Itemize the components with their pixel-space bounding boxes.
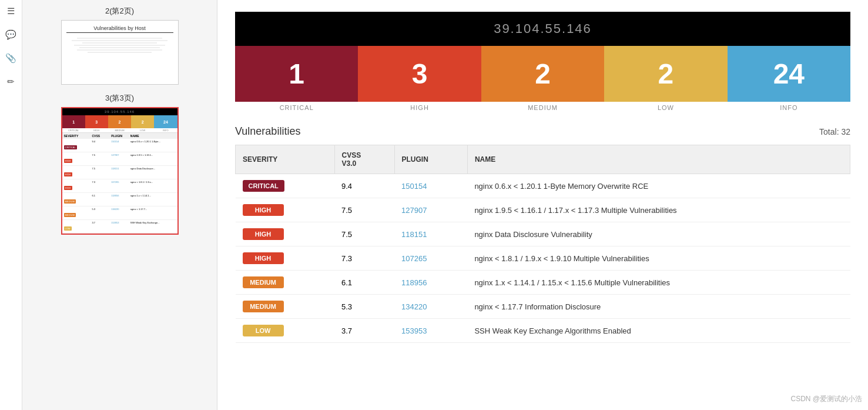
severity-critical-segment: 1 CRITICAL <box>235 46 358 114</box>
row-plugin-cell[interactable]: 118151 <box>394 222 467 246</box>
chat-icon[interactable]: 💬 <box>5 28 18 41</box>
severity-bar: 1 CRITICAL 3 HIGH 2 MEDIUM 2 LOW 24 <box>235 46 850 114</box>
row-name-cell: nginx 0.6.x < 1.20.1 1-Byte Memory Overw… <box>467 174 850 198</box>
row-severity-cell: MEDIUM <box>236 295 335 319</box>
ip-address: 39.104.55.146 <box>494 21 592 36</box>
severity-high-segment: 3 HIGH <box>358 46 481 114</box>
plugin-link: 150154 <box>401 182 427 191</box>
vulnerabilities-title: Vulnerabilities <box>235 125 300 138</box>
plugin-link: 118151 <box>401 230 427 239</box>
row-cvss-cell: 5.3 <box>334 295 394 319</box>
info-label: INFO <box>780 102 797 114</box>
severity-low-segment: 2 LOW <box>604 46 727 114</box>
row-plugin-cell[interactable]: 118956 <box>394 271 467 295</box>
row-name-cell: nginx 1.9.5 < 1.16.1 / 1.17.x < 1.17.3 M… <box>467 198 850 222</box>
info-count-box: 24 <box>728 46 850 102</box>
row-cvss-cell: 6.1 <box>334 271 394 295</box>
row-severity-cell: LOW <box>236 319 335 343</box>
annotate-icon[interactable]: ✏ <box>5 75 18 88</box>
plugin-link: 127907 <box>401 206 427 215</box>
table-row: HIGH 7.3 107265 nginx < 1.8.1 / 1.9.x < … <box>236 246 850 271</box>
col-name: NAME <box>467 145 850 174</box>
page-2-label: 2(第2页) <box>105 6 134 16</box>
medium-count: 2 <box>535 58 551 90</box>
row-name-cell: nginx Data Disclosure Vulnerability <box>467 222 850 246</box>
row-cvss-cell: 9.4 <box>334 174 394 198</box>
row-name-cell: nginx < 1.8.1 / 1.9.x < 1.9.10 Multiple … <box>467 246 850 271</box>
critical-label: CRITICAL <box>280 102 314 114</box>
medium-count-box: 2 <box>481 46 604 102</box>
menu-icon[interactable]: ☰ <box>5 5 18 18</box>
ip-header: 39.104.55.146 <box>235 12 850 46</box>
page-3-thumbnail: 39.104.55.146 1 3 2 2 24 CRITICAL HIGH M… <box>61 107 179 235</box>
table-row: HIGH 7.5 127907 nginx 1.9.5 < 1.16.1 / 1… <box>236 198 850 222</box>
severity-badge: HIGH <box>243 228 284 240</box>
page-3-item[interactable]: 3(第3页) 39.104.55.146 1 3 2 2 24 CRITICAL… <box>27 93 212 235</box>
severity-badge: MEDIUM <box>243 276 284 288</box>
row-severity-cell: HIGH <box>236 246 335 271</box>
page-2-item[interactable]: 2(第2页) Vulnerabilities by Host <box>27 6 212 85</box>
col-cvss: CVSSV3.0 <box>334 145 394 174</box>
row-plugin-cell[interactable]: 134220 <box>394 295 467 319</box>
high-count: 3 <box>412 58 428 90</box>
high-label: HIGH <box>410 102 429 114</box>
col-severity: SEVERITY <box>236 145 335 174</box>
severity-badge: LOW <box>243 325 284 336</box>
page-2-thumb-title: Vulnerabilities by Host <box>66 25 173 33</box>
table-row: HIGH 7.5 118151 nginx Data Disclosure Vu… <box>236 222 850 246</box>
vulnerabilities-table: SEVERITY CVSSV3.0 PLUGIN NAME CRITICAL 9… <box>235 145 850 343</box>
row-plugin-cell[interactable]: 153953 <box>394 319 467 343</box>
critical-count: 1 <box>289 58 304 90</box>
severity-badge: HIGH <box>243 252 284 264</box>
row-severity-cell: MEDIUM <box>236 271 335 295</box>
severity-badge: HIGH <box>243 204 284 216</box>
table-row: LOW 3.7 153953 SSH Weak Key Exchange Alg… <box>236 319 850 343</box>
row-plugin-cell[interactable]: 127907 <box>394 198 467 222</box>
plugin-link: 118956 <box>401 278 427 287</box>
page-3-label: 3(第3页) <box>105 93 134 104</box>
row-plugin-cell[interactable]: 107265 <box>394 246 467 271</box>
vulnerabilities-header: Vulnerabilities Total: 32 <box>235 125 850 138</box>
main-panel: 39.104.55.146 1 CRITICAL 3 HIGH 2 MEDIUM… <box>217 0 868 410</box>
row-name-cell: nginx < 1.17.7 Information Disclosure <box>467 295 850 319</box>
low-count: 2 <box>658 58 674 90</box>
row-cvss-cell: 7.3 <box>334 246 394 271</box>
severity-info-segment: 24 INFO <box>728 46 850 114</box>
low-count-box: 2 <box>604 46 727 102</box>
row-plugin-cell[interactable]: 150154 <box>394 174 467 198</box>
plugin-link: 134220 <box>401 302 427 311</box>
row-cvss-cell: 3.7 <box>334 319 394 343</box>
severity-badge: CRITICAL <box>243 180 284 192</box>
row-name-cell: SSH Weak Key Exchange Algorithms Enabled <box>467 319 850 343</box>
high-count-box: 3 <box>358 46 481 102</box>
severity-badge: MEDIUM <box>243 301 284 312</box>
vulnerabilities-total: Total: 32 <box>819 127 850 136</box>
low-label: LOW <box>658 102 674 114</box>
table-row: CRITICAL 9.4 150154 nginx 0.6.x < 1.20.1… <box>236 174 850 198</box>
table-row: MEDIUM 6.1 118956 nginx 1.x < 1.14.1 / 1… <box>236 271 850 295</box>
plugin-link: 107265 <box>401 254 427 263</box>
row-severity-cell: CRITICAL <box>236 174 335 198</box>
row-severity-cell: HIGH <box>236 198 335 222</box>
medium-label: MEDIUM <box>528 102 558 114</box>
severity-medium-segment: 2 MEDIUM <box>481 46 604 114</box>
row-cvss-cell: 7.5 <box>334 198 394 222</box>
row-name-cell: nginx 1.x < 1.14.1 / 1.15.x < 1.15.6 Mul… <box>467 271 850 295</box>
watermark: CSDN @爱测试的小浩 <box>790 394 862 404</box>
table-row: MEDIUM 5.3 134220 nginx < 1.17.7 Informa… <box>236 295 850 319</box>
critical-count-box: 1 <box>235 46 358 102</box>
attachment-icon[interactable]: 📎 <box>5 52 18 65</box>
col-plugin: PLUGIN <box>394 145 467 174</box>
row-severity-cell: HIGH <box>236 222 335 246</box>
info-count: 24 <box>773 58 805 90</box>
page-2-thumbnail: Vulnerabilities by Host <box>61 20 179 85</box>
plugin-link: 153953 <box>401 326 427 335</box>
row-cvss-cell: 7.5 <box>334 222 394 246</box>
